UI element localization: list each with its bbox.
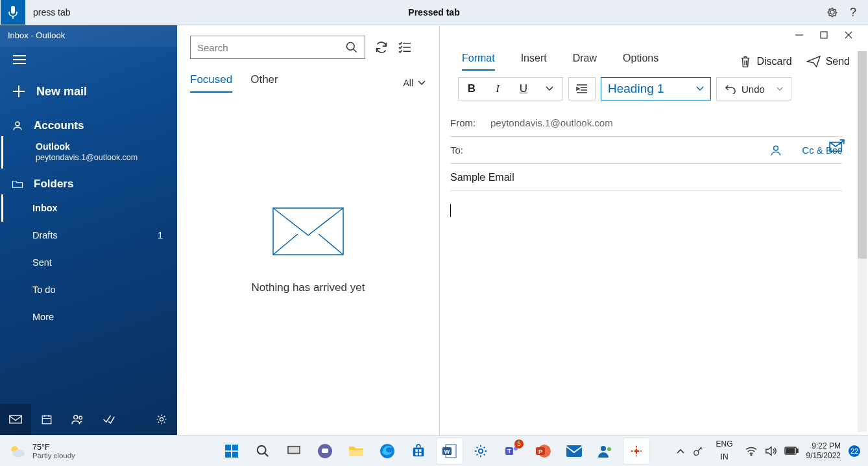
svg-point-45 [693, 450, 698, 455]
italic-button[interactable]: I [485, 78, 511, 100]
minimize-icon[interactable] [795, 31, 803, 39]
notification-badge[interactable]: 22 [849, 445, 860, 457]
sidebar-account[interactable]: Outlook peytondavis.1@outlook.com [1, 136, 177, 169]
taskbar-app-chat[interactable] [312, 438, 338, 464]
tab-draw[interactable]: Draw [573, 52, 597, 71]
refresh-button[interactable] [374, 40, 389, 54]
account-name: Outlook [36, 141, 169, 152]
taskbar: 75°F Partly cloudy W T5 P ENG IN 9:22 PM… [0, 435, 868, 466]
taskbar-app-people[interactable] [592, 438, 618, 464]
sidebar-folder-sent[interactable]: Sent [0, 249, 177, 276]
taskbar-app-store[interactable] [405, 438, 431, 464]
word-icon: W [442, 443, 457, 459]
accounts-label: Accounts [34, 119, 84, 132]
folders-header[interactable]: Folders [0, 169, 177, 194]
search-input[interactable]: Search [190, 36, 365, 59]
badge-count: 5 [514, 439, 524, 449]
gear-icon[interactable] [826, 6, 838, 18]
chat-icon [317, 443, 333, 459]
svg-rect-30 [419, 452, 422, 455]
from-label: From: [450, 117, 483, 128]
discard-button[interactable]: Discard [740, 55, 791, 68]
taskbar-app-edge[interactable] [374, 438, 400, 464]
voice-button[interactable] [1, 0, 25, 25]
sidebar-folder-inbox[interactable]: Inbox [1, 194, 177, 222]
svg-rect-15 [225, 445, 231, 450]
subject-field[interactable]: Sample Email [450, 164, 842, 191]
language-indicator[interactable]: ENG IN [712, 438, 738, 463]
svg-rect-16 [232, 445, 238, 450]
nav-people-button[interactable] [62, 404, 93, 435]
bold-button[interactable]: B [459, 78, 485, 100]
time-text: 9:22 PM [806, 441, 841, 450]
add-contact-button[interactable] [769, 144, 782, 157]
scrollbar[interactable] [858, 51, 867, 432]
battery-icon[interactable] [784, 447, 799, 455]
nav-mail-button[interactable] [0, 404, 31, 435]
nav-todo-button[interactable] [93, 404, 125, 435]
to-field[interactable]: To: Cc & Bcc [450, 137, 842, 164]
underline-button[interactable]: U [511, 78, 536, 100]
send-button[interactable]: Send [806, 56, 850, 67]
indent-button[interactable] [569, 78, 595, 100]
svg-point-14 [12, 449, 25, 457]
taskbar-app-mail[interactable] [561, 438, 587, 464]
sidebar-folder-more[interactable]: More [0, 303, 177, 331]
maximize-icon[interactable] [820, 31, 828, 39]
tab-options[interactable]: Options [623, 52, 658, 71]
from-field[interactable]: From: peytondavis.1@outlook.com [450, 110, 842, 137]
font-more-button[interactable] [536, 78, 562, 100]
wifi-icon[interactable] [745, 447, 757, 456]
close-icon[interactable] [845, 31, 852, 39]
taskbar-app-powerpoint[interactable]: P [530, 438, 556, 464]
folder-label: More [32, 312, 54, 322]
nav-settings-button[interactable] [146, 404, 177, 435]
hamburger-button[interactable] [0, 47, 177, 73]
input-mode-icon[interactable] [692, 445, 704, 457]
select-mode-button[interactable] [398, 40, 412, 54]
lang-line2: IN [721, 453, 729, 461]
undo-button[interactable]: Undo [716, 77, 791, 100]
empty-state: Nothing has arrived yet [177, 67, 439, 435]
taskbar-app-settings[interactable] [468, 438, 494, 464]
folder-label: Drafts [32, 230, 58, 240]
nav-calendar-button[interactable] [31, 404, 62, 435]
date-text: 9/15/2022 [806, 451, 841, 460]
taskbar-center: W T5 P [219, 438, 649, 464]
taskview-button[interactable] [281, 438, 307, 464]
popout-icon[interactable] [829, 139, 845, 152]
folder-label: Inbox [32, 203, 58, 213]
accounts-header[interactable]: Accounts [0, 110, 177, 136]
clock[interactable]: 9:22 PM 9/15/2022 [806, 441, 841, 460]
send-icon [806, 56, 821, 67]
tray-chevron-icon[interactable] [677, 448, 684, 454]
volume-icon[interactable] [765, 446, 777, 456]
tab-format[interactable]: Format [462, 52, 495, 71]
sidebar-folder-drafts[interactable]: Drafts 1 [0, 222, 177, 249]
hamburger-icon [13, 55, 26, 64]
start-button[interactable] [219, 438, 245, 464]
help-icon[interactable]: ? [850, 6, 856, 19]
new-mail-button[interactable]: New mail [0, 73, 177, 110]
svg-rect-48 [797, 449, 798, 453]
tab-insert[interactable]: Insert [521, 52, 547, 71]
gear-icon [474, 444, 488, 458]
search-button[interactable] [250, 438, 276, 464]
taskbar-app-explorer[interactable] [343, 438, 369, 464]
voice-command-bar: press tab Pressed tab ? [0, 0, 868, 25]
discard-label: Discard [756, 56, 791, 67]
message-list-pane: Search Focused Other All [177, 25, 440, 435]
undo-icon [725, 84, 736, 94]
powerpoint-icon: P [535, 443, 551, 459]
svg-rect-10 [821, 32, 827, 38]
style-dropdown[interactable]: Heading 1 [601, 77, 711, 100]
compose-body[interactable] [440, 191, 868, 230]
taskbar-app-word[interactable]: W [437, 438, 463, 464]
account-email: peytondavis.1@outlook.com [36, 153, 169, 162]
weather-widget[interactable]: 75°F Partly cloudy [0, 443, 75, 460]
sidebar-folder-todo[interactable]: To do [0, 276, 177, 303]
svg-point-7 [160, 417, 163, 421]
taskbar-app-snip[interactable] [623, 438, 649, 464]
taskbar-app-teams[interactable]: T5 [499, 438, 525, 464]
svg-rect-29 [415, 452, 418, 455]
